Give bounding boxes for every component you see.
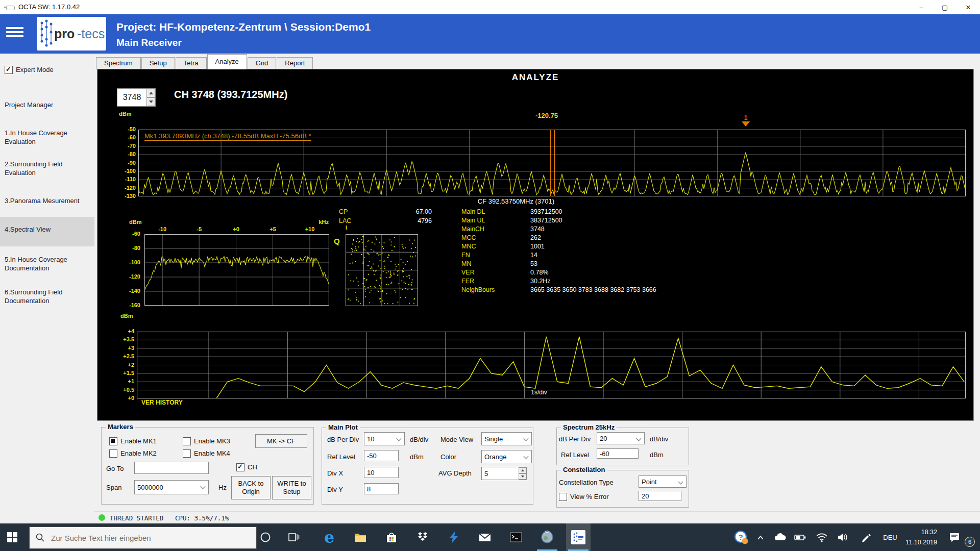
- goto-label: Go To: [106, 465, 124, 472]
- tray-expand-button[interactable]: [751, 523, 770, 551]
- sidebar-item-3[interactable]: 3.Panorama Mesurement: [5, 196, 86, 205]
- clock[interactable]: 18:32 11.10.2019: [889, 527, 937, 547]
- enable-mk3-checkbox[interactable]: [183, 437, 191, 445]
- marker-1-triangle-icon: [742, 121, 750, 127]
- s25-ref-level-input[interactable]: [597, 448, 639, 459]
- clock-time: 18:32: [889, 527, 937, 537]
- mk-to-cf-button[interactable]: MK -> CF: [255, 434, 307, 448]
- expert-mode-checkbox[interactable]: [5, 66, 13, 74]
- mode-view-value: Single: [484, 435, 503, 443]
- windows-logo-icon: [7, 532, 17, 542]
- info-row-label: Main UL: [461, 217, 485, 224]
- spectrum25-unit-right: kHz: [298, 219, 329, 225]
- spectrum25-y-tick: -160: [119, 302, 140, 308]
- cortana-button[interactable]: [253, 523, 278, 551]
- tab-analyze[interactable]: Analyze: [207, 54, 247, 69]
- channel-spinner[interactable]: 3748: [117, 88, 156, 107]
- ver-history-unit-label: dBm: [120, 313, 141, 319]
- channel-spin-up-button[interactable]: [146, 89, 155, 97]
- view-error-label: View % Error: [570, 493, 609, 500]
- tab-tetra[interactable]: Tetra: [176, 57, 207, 69]
- hamburger-menu-icon[interactable]: [6, 25, 23, 42]
- span-combo[interactable]: 5000000: [134, 480, 209, 494]
- spectrum25-y-tick: -120: [119, 273, 140, 280]
- main-spectrum-y-tick: -80: [113, 151, 136, 157]
- write-to-setup-button[interactable]: WRITE to Setup: [272, 476, 311, 499]
- spectrum25-x-tick: -10: [152, 226, 173, 232]
- info-row-label: MCC: [461, 234, 476, 241]
- notification-count-badge: 6: [965, 537, 975, 547]
- sidebar-item-4[interactable]: 4.Spectral View: [5, 225, 86, 234]
- battery-tray-button[interactable]: [790, 523, 811, 551]
- tab-grid[interactable]: Grid: [248, 57, 277, 69]
- maximize-button[interactable]: ▢: [933, 0, 957, 14]
- s25-db-per-div-label: dB Per Div: [559, 435, 591, 443]
- close-window-button[interactable]: ✕: [957, 0, 980, 14]
- db-per-div-combo[interactable]: 10: [364, 432, 405, 445]
- screen-share-button[interactable]: [535, 523, 559, 551]
- main-spectrum-y-tick: -120: [113, 185, 136, 191]
- edge-button[interactable]: e: [317, 523, 341, 551]
- tab-report[interactable]: Report: [277, 57, 313, 69]
- main-spectrum-y-tick: -130: [113, 193, 136, 199]
- start-button[interactable]: [0, 523, 24, 551]
- sidebar-item-6[interactable]: 6.Surrounding Field Documentation: [5, 288, 86, 305]
- goto-input[interactable]: [134, 462, 209, 474]
- status-green-dot-icon: [99, 514, 105, 521]
- terminal-button[interactable]: [504, 523, 528, 551]
- tab-setup[interactable]: Setup: [141, 57, 175, 69]
- main-spectrum-y-tick: -90: [113, 160, 136, 166]
- avg-depth-value: 5: [482, 467, 519, 480]
- pro-tecs-logo: pro -tecs: [37, 17, 106, 51]
- div-y-input[interactable]: [364, 483, 399, 494]
- info-row-label: FER: [461, 278, 474, 285]
- task-view-button[interactable]: [282, 523, 306, 551]
- volume-tray-button[interactable]: [833, 523, 853, 551]
- sidebar-item-2[interactable]: 2.Surrounding Field Evaluation: [5, 160, 86, 177]
- avg-depth-up-button[interactable]: [519, 467, 526, 473]
- onedrive-tray-button[interactable]: [770, 523, 790, 551]
- main-spectrum-y-tick: -70: [113, 143, 136, 149]
- spectrum25-x-tick: +10: [300, 226, 320, 232]
- spectrum25-plot: [144, 234, 329, 306]
- status-text: THREAD STARTED CPU: 3.5%/7.1%: [110, 514, 229, 522]
- network-tray-button[interactable]: [812, 523, 832, 551]
- tab-spectrum[interactable]: Spectrum: [96, 57, 141, 69]
- taskbar-search-input[interactable]: [29, 527, 257, 549]
- div-x-input[interactable]: [364, 467, 399, 478]
- dropbox-button[interactable]: [410, 523, 435, 551]
- sidebar-item-1[interactable]: 1.In House Coverage Evaluation: [5, 129, 86, 146]
- mode-view-combo[interactable]: Single: [481, 432, 532, 445]
- chevron-up-icon: [757, 535, 764, 540]
- mail-button[interactable]: [473, 523, 497, 551]
- color-combo[interactable]: Orange: [481, 450, 532, 463]
- avg-depth-spinner[interactable]: 5: [481, 467, 527, 480]
- store-button[interactable]: [379, 523, 404, 551]
- octa-app-button[interactable]: [566, 523, 591, 551]
- file-explorer-button[interactable]: [348, 523, 373, 551]
- view-error-checkbox[interactable]: [559, 493, 567, 501]
- spectrum25-group-title: Spectrum 25kHz: [561, 423, 617, 431]
- view-error-input[interactable]: [639, 491, 681, 501]
- s25-db-per-div-value: 20: [600, 435, 607, 442]
- s25-db-per-div-combo[interactable]: 20: [597, 432, 645, 444]
- avg-depth-down-button[interactable]: [519, 473, 526, 480]
- sidebar-item-5[interactable]: 5.In House Coverage Documentation: [5, 255, 86, 272]
- enable-mk4-checkbox[interactable]: [183, 449, 191, 458]
- sidebar-item-project-manager[interactable]: Project Manager: [5, 101, 86, 109]
- lightning-app-button[interactable]: [442, 523, 466, 551]
- enable-mk3-label: Enable MK3: [194, 437, 230, 445]
- enable-mk1-checkbox[interactable]: [109, 437, 117, 445]
- enable-mk2-checkbox[interactable]: [109, 449, 117, 458]
- back-to-origin-button[interactable]: BACK to Origin: [231, 476, 271, 499]
- lac-value: 4796: [376, 217, 432, 224]
- constellation-type-combo[interactable]: Point: [639, 475, 687, 488]
- notifications-button[interactable]: [943, 523, 966, 551]
- minimize-button[interactable]: –: [910, 0, 933, 14]
- help-tray-button[interactable]: ?: [731, 523, 751, 551]
- ch-checkbox[interactable]: [236, 463, 244, 471]
- ref-level-input[interactable]: [364, 450, 399, 461]
- pen-tray-button[interactable]: [855, 523, 876, 551]
- terminal-icon: [510, 532, 522, 542]
- channel-spin-down-button[interactable]: [146, 97, 155, 106]
